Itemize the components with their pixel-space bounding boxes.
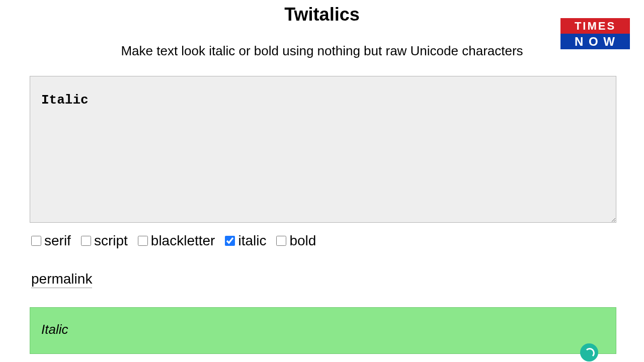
label-blackletter: blackletter	[151, 233, 215, 249]
option-blackletter[interactable]: blackletter	[138, 233, 215, 249]
option-italic[interactable]: italic	[225, 233, 266, 249]
page-title: Twitalics	[0, 4, 644, 25]
label-serif: serif	[44, 233, 71, 249]
option-bold[interactable]: bold	[276, 233, 316, 249]
times-now-logo: TIMES N O W	[560, 18, 630, 49]
text-input[interactable]	[30, 76, 616, 223]
checkbox-bold[interactable]	[276, 236, 286, 246]
label-italic: italic	[238, 233, 266, 249]
label-bold: bold	[289, 233, 316, 249]
checkbox-blackletter[interactable]	[138, 236, 148, 246]
output-box: Italic	[30, 307, 616, 354]
checkbox-serif[interactable]	[31, 236, 41, 246]
output-text: Italic	[41, 322, 68, 337]
checkbox-italic[interactable]	[225, 236, 235, 246]
permalink-link[interactable]: permalink	[31, 271, 92, 288]
grammar-check-icon[interactable]	[580, 343, 598, 361]
option-serif[interactable]: serif	[31, 233, 71, 249]
logo-line-1: TIMES	[560, 18, 630, 34]
style-options: serif script blackletter italic bold	[31, 233, 644, 249]
option-script[interactable]: script	[81, 233, 128, 249]
page-subtitle: Make text look italic or bold using noth…	[0, 43, 644, 59]
checkbox-script[interactable]	[81, 236, 91, 246]
label-script: script	[94, 233, 128, 249]
logo-line-2: N O W	[560, 34, 630, 49]
